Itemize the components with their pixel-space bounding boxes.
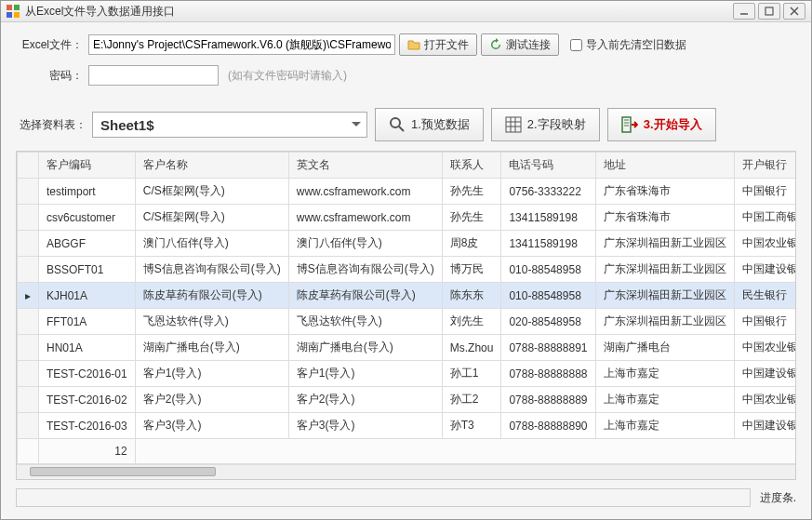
cell[interactable]: 0756-3333222	[501, 179, 595, 205]
column-header[interactable]: 开户银行	[734, 153, 795, 179]
cell[interactable]: 0788-88888890	[501, 413, 595, 439]
column-header[interactable]: 联系人	[442, 153, 501, 179]
data-grid[interactable]: 客户编码客户名称英文名联系人电话号码地址开户银行银行 testimportC/S…	[16, 151, 796, 480]
table-row[interactable]: csv6customerC/S框架网(导入)www.csframework.co…	[18, 205, 796, 231]
cell[interactable]: 0788-88888889	[501, 387, 595, 413]
cell[interactable]: 澳门八佰伴(导入)	[135, 231, 288, 257]
test-connection-button[interactable]: 测试连接	[481, 33, 559, 56]
cell[interactable]: 中国农业银行	[734, 387, 795, 413]
cell[interactable]: 中国工商银行	[734, 205, 795, 231]
minimize-button[interactable]	[733, 3, 755, 20]
cell[interactable]: 中国建设银行	[734, 361, 795, 387]
password-input[interactable]	[88, 65, 219, 86]
cell[interactable]: 010-88548958	[501, 257, 595, 283]
cell[interactable]: 中国农业银行	[734, 335, 795, 361]
cell[interactable]: 13411589198	[501, 231, 595, 257]
cell[interactable]: testimport	[39, 179, 136, 205]
cell[interactable]: 0788-88888888	[501, 361, 595, 387]
cell[interactable]: 广东深圳福田新工业园区	[595, 257, 734, 283]
cell[interactable]: 澳门八佰伴(导入)	[288, 231, 442, 257]
table-row[interactable]: TEST-C2016-02客户2(导入)客户2(导入)孙工20788-88888…	[18, 387, 796, 413]
cell[interactable]: 客户1(导入)	[288, 361, 442, 387]
table-row[interactable]: HN01A湖南广播电台(导入)湖南广播电台(导入)Ms.Zhou0788-888…	[18, 335, 796, 361]
cell[interactable]: 博万民	[442, 257, 501, 283]
cell[interactable]: 周8皮	[442, 231, 501, 257]
cell[interactable]: 湖南广播电台(导入)	[288, 335, 442, 361]
table-row[interactable]: FFT01A飞恩达软件(导入)飞恩达软件(导入)刘先生020-88548958广…	[18, 309, 796, 335]
table-row[interactable]: ▸KJH01A陈皮草药有限公司(导入)陈皮草药有限公司(导入)陈东东010-88…	[18, 283, 796, 309]
clear-old-checkbox-input[interactable]	[570, 39, 582, 51]
cell[interactable]: 博S信息咨询有限公司(导入)	[135, 257, 288, 283]
cell[interactable]: 孙先生	[442, 205, 501, 231]
maximize-button[interactable]	[758, 3, 780, 20]
cell[interactable]: 客户3(导入)	[135, 413, 288, 439]
cell[interactable]: 010-88548958	[501, 283, 595, 309]
cell[interactable]: www.csframework.com	[288, 179, 442, 205]
cell[interactable]: 中国建设银行	[734, 413, 795, 439]
cell[interactable]: 13411589198	[501, 205, 595, 231]
start-import-button[interactable]: 3.开始导入	[607, 108, 716, 141]
cell[interactable]: 0788-88888891	[501, 335, 595, 361]
cell[interactable]: 刘先生	[442, 309, 501, 335]
cell[interactable]: 中国银行	[734, 309, 795, 335]
close-button[interactable]	[783, 3, 805, 20]
cell[interactable]: TEST-C2016-01	[39, 361, 136, 387]
cell[interactable]: FFT01A	[39, 309, 136, 335]
sheet-combo[interactable]: Sheet1$	[92, 112, 367, 138]
cell[interactable]: C/S框架网(导入)	[135, 205, 288, 231]
table-row[interactable]: TEST-C2016-01客户1(导入)客户1(导入)孙工10788-88888…	[18, 361, 796, 387]
cell[interactable]: 博S信息咨询有限公司(导入)	[288, 257, 442, 283]
horizontal-scrollbar[interactable]	[17, 464, 795, 479]
cell[interactable]: 广东深圳福田新工业园区	[595, 231, 734, 257]
cell[interactable]: HN01A	[39, 335, 136, 361]
cell[interactable]: 陈皮草药有限公司(导入)	[288, 283, 442, 309]
file-input[interactable]	[88, 34, 395, 55]
table-row[interactable]: TEST-C2016-03客户3(导入)客户3(导入)孙T30788-88888…	[18, 413, 796, 439]
cell[interactable]: 中国银行	[734, 179, 795, 205]
column-header[interactable]: 地址	[595, 153, 734, 179]
cell[interactable]: 湖南广播电台	[595, 335, 734, 361]
cell[interactable]: 广东深圳福田新工业园区	[595, 283, 734, 309]
table-row[interactable]: BSSOFT01博S信息咨询有限公司(导入)博S信息咨询有限公司(导入)博万民0…	[18, 257, 796, 283]
cell[interactable]: 广东省珠海市	[595, 179, 734, 205]
cell[interactable]: www.csframework.com	[288, 205, 442, 231]
field-map-button[interactable]: 2.字段映射	[491, 108, 600, 141]
cell[interactable]: 孙工2	[442, 387, 501, 413]
cell[interactable]: 客户2(导入)	[288, 387, 442, 413]
cell[interactable]: 客户2(导入)	[135, 387, 288, 413]
cell[interactable]: 湖南广播电台(导入)	[135, 335, 288, 361]
cell[interactable]: 孙T3	[442, 413, 501, 439]
table-row[interactable]: testimportC/S框架网(导入)www.csframework.com孙…	[18, 179, 796, 205]
cell[interactable]: 孙工1	[442, 361, 501, 387]
column-header[interactable]: 电话号码	[501, 153, 595, 179]
cell[interactable]: C/S框架网(导入)	[135, 179, 288, 205]
cell[interactable]: KJH01A	[39, 283, 136, 309]
cell[interactable]: 客户1(导入)	[135, 361, 288, 387]
cell[interactable]: 上海市嘉定	[595, 387, 734, 413]
cell[interactable]: 上海市嘉定	[595, 413, 734, 439]
cell[interactable]: 民生银行	[734, 283, 795, 309]
column-header[interactable]: 英文名	[288, 153, 442, 179]
cell[interactable]: Ms.Zhou	[442, 335, 501, 361]
cell[interactable]: TEST-C2016-03	[39, 413, 136, 439]
open-file-button[interactable]: 打开文件	[399, 33, 477, 56]
cell[interactable]: BSSOFT01	[39, 257, 136, 283]
column-header[interactable]: 客户编码	[39, 153, 136, 179]
cell[interactable]: 客户3(导入)	[288, 413, 442, 439]
clear-old-checkbox[interactable]: 导入前先清空旧数据	[570, 37, 686, 53]
cell[interactable]: 陈皮草药有限公司(导入)	[135, 283, 288, 309]
cell[interactable]: 广东省珠海市	[595, 205, 734, 231]
cell[interactable]: 飞恩达软件(导入)	[288, 309, 442, 335]
cell[interactable]: 陈东东	[442, 283, 501, 309]
preview-button[interactable]: 1.预览数据	[375, 108, 484, 141]
cell[interactable]: ABGGF	[39, 231, 136, 257]
cell[interactable]: 飞恩达软件(导入)	[135, 309, 288, 335]
cell[interactable]: 020-88548958	[501, 309, 595, 335]
cell[interactable]: 孙先生	[442, 179, 501, 205]
cell[interactable]: 广东深圳福田新工业园区	[595, 309, 734, 335]
scrollbar-thumb[interactable]	[30, 467, 216, 476]
table-row[interactable]: ABGGF澳门八佰伴(导入)澳门八佰伴(导入)周8皮13411589198广东深…	[18, 231, 796, 257]
cell[interactable]: TEST-C2016-02	[39, 387, 136, 413]
cell[interactable]: 中国建设银行	[734, 257, 795, 283]
cell[interactable]: csv6customer	[39, 205, 136, 231]
